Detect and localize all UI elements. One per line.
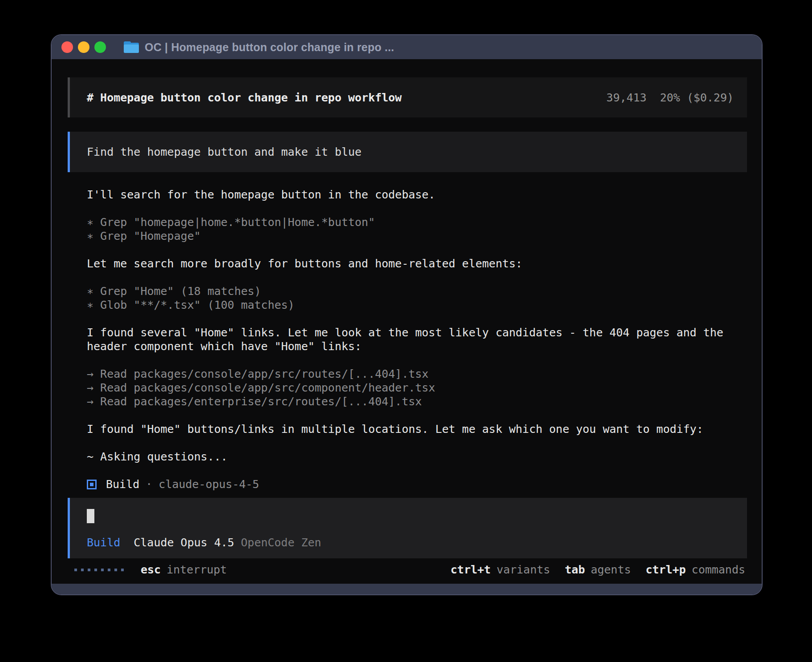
text-cursor bbox=[87, 509, 94, 523]
window-title: OC | Homepage button color change in rep… bbox=[145, 41, 394, 54]
minimize-button[interactable] bbox=[78, 41, 89, 53]
session-header: # Homepage button color change in repo w… bbox=[68, 77, 747, 117]
tool-call-line: ∗ Grep "Home" (18 matches) bbox=[87, 284, 746, 298]
user-message-text: Find the homepage button and make it blu… bbox=[87, 145, 361, 158]
spinner-dots bbox=[74, 569, 124, 571]
shortcut-hints: ctrl+t variants tab agents ctrl+p comman… bbox=[451, 563, 745, 576]
conversation: I'll search for the homepage button in t… bbox=[87, 188, 746, 491]
agent-model: claude-opus-4-5 bbox=[158, 478, 259, 491]
agent-status-row: Build · claude-opus-4-5 bbox=[87, 477, 746, 491]
tool-call-group: ∗ Grep "homepage|home.*button|Home.*butt… bbox=[87, 215, 746, 243]
folder-icon bbox=[124, 41, 139, 53]
interrupt-hint: esc interrupt bbox=[141, 563, 227, 576]
assistant-text-line: I found several "Home" links. Let me loo… bbox=[87, 326, 746, 339]
input-agent-label: Build bbox=[87, 536, 120, 549]
context-cost: 20% ($0.29) bbox=[660, 91, 734, 104]
user-message: Find the homepage button and make it blu… bbox=[68, 132, 747, 172]
close-button[interactable] bbox=[61, 41, 73, 53]
token-count: 39,413 bbox=[606, 91, 646, 104]
assistant-paragraph: I found "Home" buttons/links in multiple… bbox=[87, 422, 746, 436]
agent-name: Build bbox=[106, 478, 139, 491]
tool-call-line: ∗ Grep "homepage|home.*button|Home.*butt… bbox=[87, 215, 746, 229]
session-stats: 39,413 20% ($0.29) bbox=[606, 91, 734, 104]
window-bottom-strip bbox=[52, 584, 762, 594]
interrupt-key: esc bbox=[141, 563, 161, 576]
assistant-text-line: I'll search for the homepage button in t… bbox=[87, 188, 746, 202]
input-model-label: Claude Opus 4.5 bbox=[134, 536, 234, 549]
shortcut-commands: ctrl+p commands bbox=[646, 563, 745, 576]
separator-dot: · bbox=[146, 478, 152, 491]
shortcut-variants: ctrl+t variants bbox=[451, 563, 550, 576]
assistant-paragraph: I'll search for the homepage button in t… bbox=[87, 188, 746, 202]
build-agent-icon bbox=[87, 480, 97, 489]
assistant-text-line: Let me search more broadly for buttons a… bbox=[87, 257, 746, 270]
session-title: # Homepage button color change in repo w… bbox=[87, 91, 402, 104]
statusbar: esc interrupt ctrl+t variants tab agents… bbox=[74, 563, 745, 577]
status-activity-line: ~ Asking questions... bbox=[87, 450, 746, 464]
traffic-lights bbox=[61, 41, 106, 53]
assistant-text-line: header component which have "Home" links… bbox=[87, 339, 746, 353]
read-file-line: → Read packages/console/app/src/routes/[… bbox=[87, 367, 746, 381]
tool-call-group: ∗ Grep "Home" (18 matches) ∗ Glob "**/*.… bbox=[87, 284, 746, 312]
tool-call-group: → Read packages/console/app/src/routes/[… bbox=[87, 367, 746, 408]
read-file-line: → Read packages/console/app/src/componen… bbox=[87, 381, 746, 395]
tool-call-line: ∗ Glob "**/*.tsx" (100 matches) bbox=[87, 298, 746, 312]
terminal-window: OC | Homepage button color change in rep… bbox=[51, 34, 763, 595]
prompt-input[interactable]: Build Claude Opus 4.5 OpenCode Zen bbox=[68, 498, 747, 558]
assistant-paragraph: I found several "Home" links. Let me loo… bbox=[87, 326, 746, 353]
assistant-paragraph: ~ Asking questions... bbox=[87, 450, 746, 464]
zoom-button[interactable] bbox=[94, 41, 106, 53]
titlebar: OC | Homepage button color change in rep… bbox=[52, 35, 762, 59]
shortcut-agents: tab agents bbox=[565, 563, 631, 576]
assistant-paragraph: Let me search more broadly for buttons a… bbox=[87, 257, 746, 270]
model-row: Build Claude Opus 4.5 OpenCode Zen bbox=[87, 536, 734, 549]
input-provider-label: OpenCode Zen bbox=[241, 536, 321, 549]
assistant-text-line: I found "Home" buttons/links in multiple… bbox=[87, 422, 746, 436]
tool-call-line: ∗ Grep "Homepage" bbox=[87, 229, 746, 243]
interrupt-label: interrupt bbox=[166, 563, 227, 576]
read-file-line: → Read packages/enterprise/src/routes/[.… bbox=[87, 395, 746, 408]
